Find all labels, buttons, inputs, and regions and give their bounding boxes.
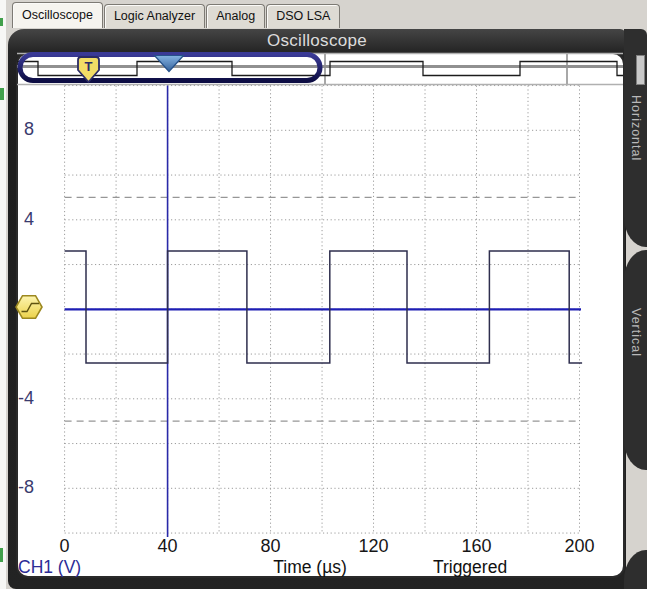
- tab-analog[interactable]: Analog: [206, 4, 265, 28]
- scope-plot: T: [0, 0, 647, 589]
- x-tick-200: 200: [564, 536, 594, 557]
- tab-oscilloscope[interactable]: Oscilloscope: [12, 2, 103, 28]
- overview-strip[interactable]: T: [17, 54, 623, 85]
- side-tab-horizontal-label[interactable]: Horizontal: [627, 63, 645, 193]
- overview-trigger-position-icon[interactable]: [155, 56, 184, 72]
- y-tick--4: -4: [8, 388, 34, 409]
- x-tick-40: 40: [158, 536, 178, 557]
- side-tab-vertical-label[interactable]: Vertical: [627, 267, 645, 397]
- x-tick-80: 80: [261, 536, 281, 557]
- y-tick-4: 4: [8, 209, 34, 230]
- channel-axis-label: CH1 (V): [18, 557, 81, 578]
- y-tick-8: 8: [8, 119, 34, 140]
- tab-dso-lsa[interactable]: DSO LSA: [266, 4, 340, 28]
- oscilloscope-app: { "window": { "title": "Oscilloscope" },…: [0, 0, 647, 589]
- instrument-tabbar: Oscilloscope Logic Analyzer Analog DSO L…: [12, 3, 341, 28]
- x-tick-120: 120: [359, 536, 389, 557]
- x-tick-160: 160: [461, 536, 491, 557]
- trigger-status-label: Triggered: [433, 557, 507, 578]
- tab-logic-analyzer[interactable]: Logic Analyzer: [104, 4, 205, 28]
- trigger-flag-letter: T: [85, 59, 93, 74]
- channel-position-marker[interactable]: [16, 296, 42, 319]
- y-tick--8: -8: [8, 477, 34, 498]
- ch1-waveform-trace: [65, 251, 583, 363]
- time-axis-label: Time (µs): [273, 557, 347, 578]
- x-tick-0: 0: [60, 536, 70, 557]
